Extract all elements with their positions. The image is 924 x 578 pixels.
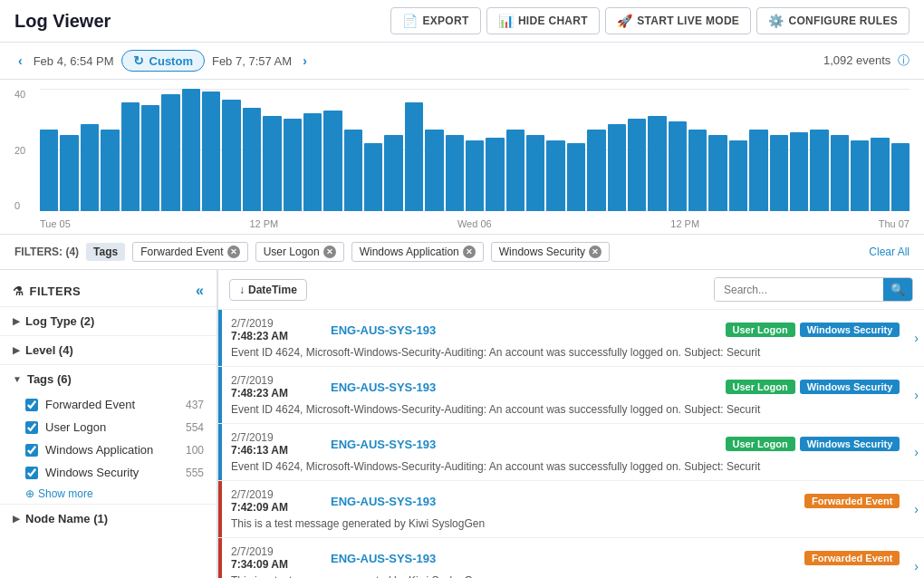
filter-tag-windows-application[interactable]: Windows Application ✕ bbox=[351, 242, 484, 262]
log-message: Event ID 4624, Microsoft-Windows-Securit… bbox=[231, 403, 820, 416]
checkbox-forwarded-event[interactable] bbox=[25, 399, 38, 411]
date-prev-button[interactable]: ‹ bbox=[14, 52, 26, 70]
chart-bar bbox=[323, 111, 342, 211]
row-body: 2/7/20197:42:09 AMENG-AUS-SYS-193Forward… bbox=[222, 481, 909, 537]
log-list-header: ↓ DateTime 🔍 bbox=[218, 270, 924, 310]
remove-windows-security-icon[interactable]: ✕ bbox=[589, 246, 602, 258]
info-icon: ⓘ bbox=[898, 53, 910, 67]
table-row[interactable]: 2/7/20197:34:09 AMENG-AUS-SYS-193Forward… bbox=[218, 538, 924, 578]
filter-tag-windows-security[interactable]: Windows Security ✕ bbox=[491, 242, 610, 262]
filter-section-header-tags[interactable]: ▼ Tags (6) bbox=[0, 365, 217, 393]
clear-all-button[interactable]: Clear All bbox=[869, 246, 910, 258]
chart-y-labels: 40 20 0 bbox=[14, 89, 36, 211]
date-bar: ‹ Feb 4, 6:54 PM ↻ Custom Feb 7, 7:57 AM… bbox=[0, 43, 924, 80]
table-row[interactable]: 2/7/20197:42:09 AMENG-AUS-SYS-193Forward… bbox=[218, 481, 924, 538]
row-expand-icon[interactable]: › bbox=[909, 310, 924, 366]
search-box: 🔍 bbox=[714, 277, 913, 302]
log-message: This is a test message generated by Kiwi… bbox=[231, 574, 820, 578]
filter-section-header-node-name[interactable]: ▶ Node Name (1) bbox=[0, 505, 217, 533]
table-row[interactable]: 2/7/20197:48:23 AMENG-AUS-SYS-193User Lo… bbox=[218, 367, 924, 424]
header-actions: 📄 EXPORT 📊 HIDE CHART 🚀 START LIVE MODE … bbox=[390, 7, 910, 34]
show-more-button[interactable]: ⊕ Show more bbox=[0, 484, 217, 504]
sidebar-collapse-button[interactable]: « bbox=[196, 283, 204, 299]
row-expand-icon[interactable]: › bbox=[909, 367, 924, 423]
search-icon: 🔍 bbox=[890, 283, 905, 296]
checkbox-windows-security[interactable] bbox=[25, 467, 38, 479]
filter-section-header-log-type[interactable]: ▶ Log Type (2) bbox=[0, 307, 217, 335]
gear-icon: ⚙️ bbox=[768, 14, 784, 28]
log-tags: User LogonWindows Security bbox=[726, 323, 900, 337]
checkbox-user-logon[interactable] bbox=[25, 421, 38, 434]
log-hostname[interactable]: ENG-AUS-SYS-193 bbox=[331, 552, 436, 565]
header: Log Viewer 📄 EXPORT 📊 HIDE CHART 🚀 START… bbox=[0, 0, 924, 43]
chart-bar bbox=[810, 130, 828, 211]
filter-section-header-level[interactable]: ▶ Level (4) bbox=[0, 336, 217, 364]
remove-user-logon-icon[interactable]: ✕ bbox=[323, 246, 336, 258]
log-tag-windows-security: Windows Security bbox=[800, 437, 900, 451]
row-body: 2/7/20197:34:09 AMENG-AUS-SYS-193Forward… bbox=[222, 538, 909, 578]
sort-icon: ↓ bbox=[239, 284, 245, 296]
log-message: Event ID 4624, Microsoft-Windows-Securit… bbox=[231, 460, 820, 473]
chart-bar bbox=[101, 130, 119, 211]
remove-forwarded-event-icon[interactable]: ✕ bbox=[227, 246, 240, 258]
row-expand-icon[interactable]: › bbox=[909, 481, 924, 537]
log-tag-windows-security: Windows Security bbox=[800, 323, 900, 337]
chart-bars bbox=[40, 89, 910, 211]
chart-bar bbox=[628, 119, 646, 211]
checkbox-windows-application[interactable] bbox=[25, 444, 38, 457]
configure-rules-button[interactable]: ⚙️ CONFIGURE RULES bbox=[756, 7, 910, 34]
chart-bar bbox=[891, 143, 910, 211]
row-expand-icon[interactable]: › bbox=[909, 424, 924, 480]
chart-bar bbox=[506, 130, 525, 211]
chart-bar bbox=[871, 138, 889, 211]
row-body: 2/7/20197:46:13 AMENG-AUS-SYS-193User Lo… bbox=[222, 424, 909, 480]
log-message: Event ID 4624, Microsoft-Windows-Securit… bbox=[231, 346, 820, 359]
chart-bar bbox=[708, 135, 727, 211]
chart-bar bbox=[567, 143, 585, 211]
log-hostname[interactable]: ENG-AUS-SYS-193 bbox=[331, 438, 436, 451]
events-count: 1,092 events ⓘ bbox=[823, 53, 910, 69]
start-live-mode-button[interactable]: 🚀 START LIVE MODE bbox=[605, 7, 751, 34]
chart-bar bbox=[648, 116, 666, 211]
filter-section-level: ▶ Level (4) bbox=[0, 335, 217, 364]
chart-bar bbox=[60, 135, 78, 211]
chart-bar bbox=[202, 92, 220, 211]
chart-bar bbox=[121, 102, 140, 211]
chart-bar bbox=[546, 140, 564, 211]
log-list-container: ↓ DateTime 🔍 2/7/20197:48:23 AMENG-AUS-S… bbox=[217, 270, 924, 578]
row-expand-icon[interactable]: › bbox=[909, 538, 924, 578]
hide-chart-button[interactable]: 📊 HIDE CHART bbox=[486, 7, 600, 34]
filter-section-node-name: ▶ Node Name (1) bbox=[0, 504, 217, 533]
log-datetime: 2/7/20197:34:09 AM bbox=[231, 545, 322, 571]
filter-tag-user-logon[interactable]: User Logon ✕ bbox=[255, 242, 344, 262]
chart-bar bbox=[40, 130, 58, 211]
filter-icon: ⚗ bbox=[13, 284, 24, 298]
date-custom-button[interactable]: ↻ Custom bbox=[121, 50, 205, 72]
chart-area: 40 20 0 Tue 05 12 PM Wed 06 12 PM Thu 07 bbox=[14, 89, 910, 234]
chart-bar bbox=[81, 124, 99, 211]
table-row[interactable]: 2/7/20197:46:13 AMENG-AUS-SYS-193User Lo… bbox=[218, 424, 924, 481]
chart-bar bbox=[587, 130, 605, 211]
sidebar-header: ⚗ FILTERS « bbox=[0, 279, 217, 306]
log-tag-forwarded-event: Forwarded Event bbox=[804, 494, 900, 508]
search-input[interactable] bbox=[715, 279, 883, 301]
date-end: Feb 7, 7:57 AM bbox=[212, 54, 292, 68]
chart-bar bbox=[790, 132, 808, 211]
log-hostname[interactable]: ENG-AUS-SYS-193 bbox=[331, 323, 436, 337]
export-button[interactable]: 📄 EXPORT bbox=[390, 7, 480, 34]
chart-bar bbox=[384, 135, 402, 211]
chart-bar bbox=[851, 140, 869, 211]
log-hostname[interactable]: ENG-AUS-SYS-193 bbox=[331, 495, 436, 508]
chart-bar bbox=[749, 130, 767, 211]
chart-bar bbox=[729, 140, 747, 211]
expand-icon: ▶ bbox=[13, 514, 20, 524]
filters-count-label: FILTERS: (4) bbox=[14, 246, 79, 258]
remove-windows-application-icon[interactable]: ✕ bbox=[463, 246, 476, 258]
log-hostname[interactable]: ENG-AUS-SYS-193 bbox=[331, 381, 436, 394]
chart-bar bbox=[405, 102, 423, 211]
date-next-button[interactable]: › bbox=[299, 52, 311, 70]
search-button[interactable]: 🔍 bbox=[883, 278, 912, 301]
sort-datetime-button[interactable]: ↓ DateTime bbox=[229, 279, 307, 301]
filter-tag-forwarded-event[interactable]: Forwarded Event ✕ bbox=[132, 242, 247, 262]
table-row[interactable]: 2/7/20197:48:23 AMENG-AUS-SYS-193User Lo… bbox=[218, 310, 924, 367]
